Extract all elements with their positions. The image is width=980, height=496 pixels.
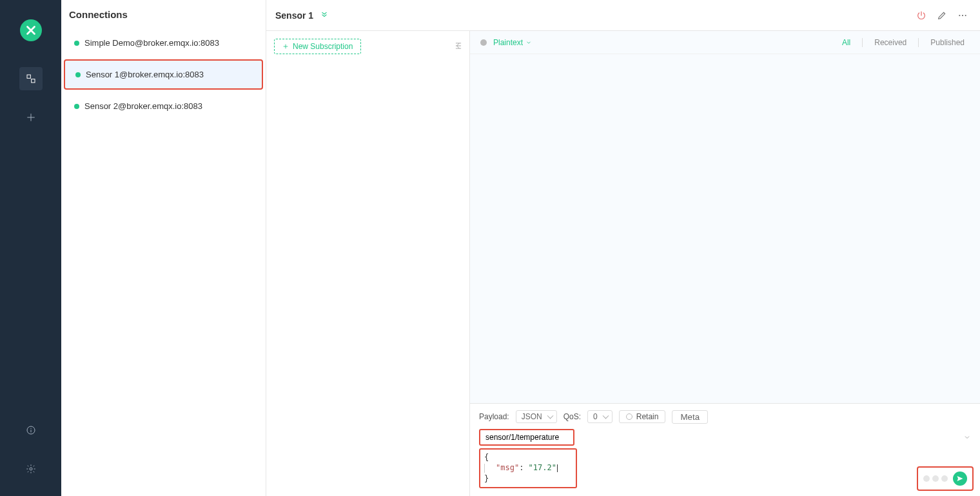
qos-select[interactable]: 0 [587,410,612,423]
connection-label: Sensor 1@broker.emqx.io:8083 [86,70,204,79]
radio-unchecked-icon [626,413,632,420]
send-icon [956,475,964,482]
svg-point-4 [30,468,32,470]
disconnect-button[interactable] [913,7,930,24]
nav-connections[interactable] [19,67,43,90]
connection-list: Simple Demo@broker.emqx.io:8083 Sensor 1… [61,28,266,121]
connection-item[interactable]: Simple Demo@broker.emqx.io:8083 [61,28,266,58]
info-icon [26,425,36,435]
messages-header: Plaintext All Received Published [470,31,980,54]
power-icon [916,10,926,21]
topic-input[interactable] [479,429,574,446]
connections-icon [26,74,36,84]
logo-icon [24,23,38,37]
nav-info[interactable] [19,419,43,442]
chevron-double-down-icon [320,10,329,19]
plus-icon [26,112,36,123]
dots-horizontal-icon [957,10,968,21]
chevron-down-icon [963,433,971,441]
status-dot-online [74,41,79,46]
connections-sidebar: Connections Simple Demo@broker.emqx.io:8… [61,0,266,496]
nav-new[interactable] [19,106,43,129]
collapse-left-icon [454,41,463,50]
connection-label: Sensor 2@broker.emqx.io:8083 [84,101,202,111]
sidebar-title: Connections [61,0,266,28]
qos-label: QoS: [564,412,581,421]
nav-rail [0,0,61,496]
expand-connection-icon[interactable] [320,10,329,21]
more-button[interactable] [954,7,971,24]
svg-rect-0 [27,75,30,78]
chevron-down-icon [525,39,532,46]
connection-title: Sensor 1 [275,10,313,21]
messages-body [470,54,980,403]
collapse-subscriptions-icon[interactable] [454,41,463,52]
filter-received[interactable]: Received [869,38,912,47]
edit-button[interactable] [934,7,950,24]
connection-item[interactable]: Sensor 2@broker.emqx.io:8083 [61,91,266,121]
publish-options-row: Payload: JSON QoS: 0 Retain Meta [479,410,971,424]
connection-label: Simple Demo@broker.emqx.io:8083 [84,38,219,48]
retain-label: Retain [636,412,659,421]
topbar: Sensor 1 [266,0,980,31]
expand-topic-icon[interactable] [963,433,971,443]
payload-editor[interactable]: { "msg": "17.2" } [479,448,577,488]
nav-settings[interactable] [19,457,43,481]
retain-toggle[interactable]: Retain [619,410,666,423]
svg-point-3 [30,428,31,429]
filter-all[interactable]: All [837,38,856,47]
message-indicator [480,39,487,46]
svg-point-7 [965,14,966,15]
svg-point-5 [959,14,960,15]
new-subscription-button[interactable]: New Subscription [274,39,361,54]
publish-panel: Payload: JSON QoS: 0 Retain Meta [470,403,980,496]
svg-point-6 [962,14,963,15]
pencil-icon [937,10,947,21]
send-area [917,466,974,491]
new-subscription-label: New Subscription [293,42,353,51]
svg-rect-1 [31,79,34,83]
content-area: New Subscription Plaintext All Receive [266,31,980,496]
filter-published[interactable]: Published [925,38,970,47]
send-history-dots[interactable] [923,475,948,482]
plus-icon [282,43,289,50]
text-cursor [557,464,558,472]
payload-format-select[interactable]: JSON [516,410,557,423]
connection-item-selected[interactable]: Sensor 1@broker.emqx.io:8083 [64,59,263,90]
send-button[interactable] [953,471,967,486]
payload-format-label: Payload: [479,412,509,421]
payload-display-format[interactable]: Plaintext [493,38,532,47]
messages-column: Plaintext All Received Published Payload… [470,31,980,496]
meta-button[interactable]: Meta [672,410,708,424]
main-panel: Sensor 1 New Subscription [266,0,980,496]
subscriptions-column: New Subscription [266,31,470,496]
app-logo [20,19,42,41]
gear-icon [26,464,36,474]
status-dot-online [74,104,79,109]
status-dot-online [75,72,81,77]
